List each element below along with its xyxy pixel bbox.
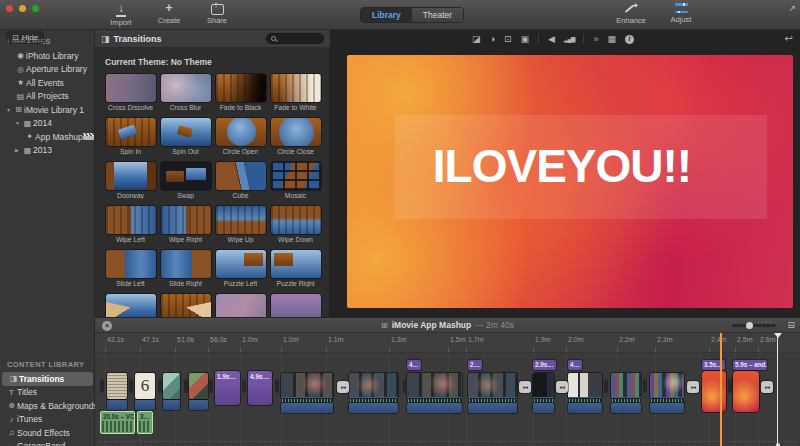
photo-clip[interactable] [135,373,155,399]
transition-marker-icon[interactable]: ▸◂ [687,381,699,393]
skimmer[interactable] [777,333,778,444]
title-clip[interactable]: 4.9s… [248,371,272,405]
sidebar-item-sound-effects[interactable]: ♫Sound Effects [0,426,95,440]
create-button[interactable]: +Create [152,2,186,27]
transition-slot[interactable] [643,379,647,393]
connected-title-bar[interactable] [135,400,155,410]
connected-clip-flag[interactable]: 5.9s – and… [733,360,767,370]
transition-slot[interactable] [184,379,188,393]
transition-slot[interactable] [242,379,246,393]
video-clip[interactable] [349,373,398,397]
playhead[interactable] [720,333,722,446]
sidebar-item-all-projects[interactable]: ▤All Projects [0,90,94,104]
info-icon[interactable]: i [625,35,634,44]
connected-title-bar[interactable] [189,400,208,410]
zoom-button[interactable] [32,5,39,12]
audio-clip[interactable]: 3… [137,411,153,434]
connected-title-bar[interactable] [107,400,127,410]
connected-clip-flag[interactable]: 4… [407,360,421,370]
transition-thumb-wipe-left[interactable] [106,206,156,234]
connected-clip-flag[interactable]: 2.9s… [533,360,556,370]
transition-slot[interactable] [129,379,133,393]
sidebar-item-iphoto-library[interactable]: ◉iPhoto Library [0,49,94,63]
preview-canvas[interactable]: ILOVEYOU!! [347,55,793,308]
video-clip[interactable] [568,373,602,397]
transition-thumb-cross-blur[interactable] [161,74,211,102]
color-balance-icon[interactable]: ◪ [472,34,481,44]
timeline-zoom-slider[interactable] [732,324,776,327]
disclosure-open-icon[interactable]: ▼ [15,120,22,126]
transition-thumb-soft-purple[interactable] [216,294,266,317]
sidebar-item-all-events[interactable]: ★All Events [0,76,94,90]
timeline-ruler[interactable]: 42.1s47.1s51.0s56.0s1.0m1.0m1.1m1.3m1.5m… [95,333,800,353]
connected-title-bar[interactable] [407,403,462,413]
connected-title-bar[interactable] [568,403,602,413]
connected-clip-flag[interactable]: 4… [568,360,582,370]
transition-thumb-wipe-up[interactable] [216,206,266,234]
sidebar-item-imovie-library-1[interactable]: ▼⊞iMovie Library 1 [0,103,94,117]
clip-appearance-icon[interactable]: ⊟ [787,320,795,330]
transition-slot[interactable] [100,379,104,393]
connected-title-bar[interactable] [163,400,180,410]
transition-thumb-curl-blue[interactable] [106,294,156,317]
transition-thumb-fade-to-white[interactable] [271,74,321,102]
sidebar-item-itunes[interactable]: ♪iTunes [0,413,95,427]
transition-thumb-mosaic[interactable] [271,162,321,190]
tab-theater[interactable]: Theater [412,8,463,22]
transition-thumb-circle-close[interactable] [271,118,321,146]
transition-slot[interactable] [403,379,407,393]
color-correction-icon[interactable]: ◑ [490,34,495,44]
enhance-button[interactable]: Enhance [614,2,648,25]
photo-clip[interactable] [163,373,180,399]
transition-thumb-slide-left[interactable] [106,250,156,278]
search-box[interactable] [266,33,324,44]
sidebar-item-2013[interactable]: ▶▦2013 [0,144,94,158]
transition-marker-icon[interactable]: ▸◂ [556,381,568,393]
title-background-clip[interactable] [733,371,759,412]
connected-title-bar[interactable] [349,403,398,413]
transition-slot[interactable] [209,379,213,393]
video-clip[interactable] [533,373,554,397]
tab-library[interactable]: Library [361,8,412,22]
undo-icon[interactable]: ↩ [785,33,793,44]
sidebar-item-transitions[interactable]: ◨Transitions [2,372,93,386]
sidebar-item-titles[interactable]: TTitles [0,386,95,400]
connected-title-bar[interactable] [281,403,333,413]
hide-button[interactable]: ⊡ Hide [6,31,44,44]
connected-title-bar[interactable] [468,403,517,413]
transition-thumb-wipe-down[interactable] [271,206,321,234]
transition-thumb-soft-violet[interactable] [271,294,321,317]
transition-marker-icon[interactable]: ▸◂ [519,381,531,393]
transition-thumb-fade-to-black[interactable] [216,74,266,102]
fullscreen-icon[interactable]: ↗ [788,3,796,13]
video-clip[interactable] [407,373,462,397]
video-clip[interactable] [281,373,333,397]
crop-icon[interactable]: ⊡ [504,34,512,44]
adjust-button[interactable]: Adjust [664,2,698,25]
title-background-clip[interactable] [702,371,726,412]
photo-clip[interactable] [189,373,208,399]
search-input[interactable] [276,35,316,42]
transition-thumb-wipe-right[interactable] [161,206,211,234]
audio-clip[interactable]: 20.0s – VO… [100,411,135,434]
minimize-button[interactable] [19,5,26,12]
transition-thumb-swap[interactable] [161,162,211,190]
transition-thumb-cube[interactable] [216,162,266,190]
disclosure-open-icon[interactable]: ▼ [6,107,13,113]
disclosure-closed-icon[interactable]: ▶ [15,147,22,153]
transition-thumb-curl-forest[interactable] [161,294,211,317]
import-button[interactable]: ↓Import [104,2,138,27]
sidebar-item-maps-backgrounds[interactable]: ⊕Maps & Backgrounds [0,399,95,413]
clip-filter-icon[interactable]: ▦ [607,34,616,44]
sidebar-item-2014[interactable]: ▼▦2014 [0,117,94,131]
transition-slot[interactable] [275,379,279,393]
share-button[interactable]: Share [200,2,234,27]
transition-thumb-spin-in[interactable] [106,118,156,146]
close-project-icon[interactable]: × [102,321,112,331]
video-clip[interactable] [650,373,684,397]
transition-thumb-circle-open[interactable] [216,118,266,146]
transition-thumb-cross-dissolve[interactable] [106,74,156,102]
transition-slot[interactable] [604,379,608,393]
sidebar-item-aperture-library[interactable]: ◎Aperture Library [0,63,94,77]
stabilization-icon[interactable]: ▣ [521,34,530,44]
